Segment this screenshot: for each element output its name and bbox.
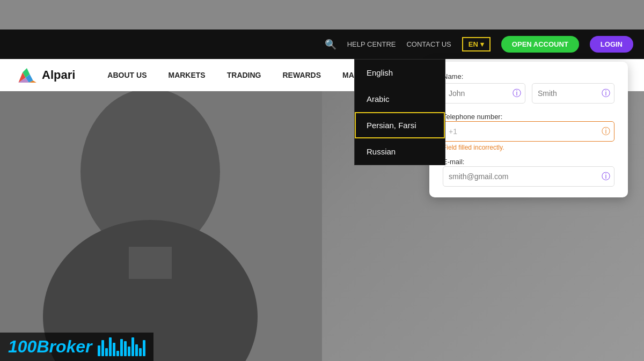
- telephone-label: Telephone number:: [443, 113, 502, 121]
- chart-bar: [105, 348, 108, 356]
- telephone-error: Field filled incorrectly.: [443, 144, 614, 151]
- logo[interactable]: Alpari: [16, 66, 75, 85]
- logo-text: Alpari: [42, 68, 75, 82]
- lang-option-persian[interactable]: Persian, Farsi: [355, 112, 445, 138]
- nav-rewards[interactable]: REWARDS: [283, 71, 321, 79]
- hero-image: [0, 91, 322, 361]
- email-label: E-mail:: [443, 158, 464, 166]
- chart-bar: [139, 348, 142, 356]
- lang-option-english[interactable]: English: [355, 60, 445, 86]
- language-dropdown: English Arabic Persian, Farsi Russian: [354, 59, 445, 165]
- chart-bar: [98, 345, 100, 356]
- surname-label: [532, 72, 614, 80]
- chart-bar: [116, 351, 119, 356]
- nav-about-us[interactable]: ABOUT US: [107, 71, 147, 79]
- chevron-down-icon: ▾: [480, 40, 484, 48]
- chart-bar: [124, 341, 127, 356]
- watermark-text: 100Broker: [8, 337, 92, 357]
- chart-bar: [131, 337, 134, 356]
- chart-bar: [113, 343, 115, 356]
- contact-us-link[interactable]: CONTACT US: [406, 40, 451, 48]
- chart-bar: [143, 340, 145, 356]
- lang-option-arabic[interactable]: Arabic: [355, 86, 445, 112]
- help-centre-link[interactable]: HELP CENTRE: [347, 40, 396, 48]
- contact-form-card: Name: ⓘ ⓘ Telephone number: ⓘ Fi: [429, 62, 628, 197]
- email-info-icon[interactable]: ⓘ: [602, 171, 610, 182]
- telephone-input[interactable]: [443, 121, 614, 142]
- svg-rect-8: [129, 247, 172, 279]
- chart-bar: [101, 340, 104, 356]
- name-label: Name:: [443, 72, 525, 80]
- open-account-button[interactable]: OPEN ACCOUNT: [501, 36, 579, 53]
- chart-bar: [128, 347, 130, 356]
- chart-bar: [135, 344, 138, 356]
- search-icon[interactable]: 🔍: [325, 39, 336, 50]
- nav-markets[interactable]: MARKETS: [168, 71, 205, 79]
- alpari-logo-icon: [16, 66, 38, 85]
- lang-option-russian[interactable]: Russian: [355, 138, 445, 165]
- chart-bar: [109, 337, 112, 356]
- nav-trading[interactable]: TRADING: [227, 71, 261, 79]
- en-label: EN: [469, 40, 478, 48]
- telephone-info-icon[interactable]: ⓘ: [602, 126, 610, 137]
- en-language-button[interactable]: EN ▾: [462, 37, 491, 51]
- watermark-chart: [98, 337, 145, 356]
- email-input[interactable]: [443, 166, 614, 187]
- name-info-icon[interactable]: ⓘ: [513, 88, 521, 99]
- chart-bar: [120, 339, 123, 356]
- login-button[interactable]: LOGIN: [590, 36, 633, 53]
- surname-info-icon[interactable]: ⓘ: [602, 88, 610, 99]
- watermark-bar: 100Broker: [0, 333, 153, 361]
